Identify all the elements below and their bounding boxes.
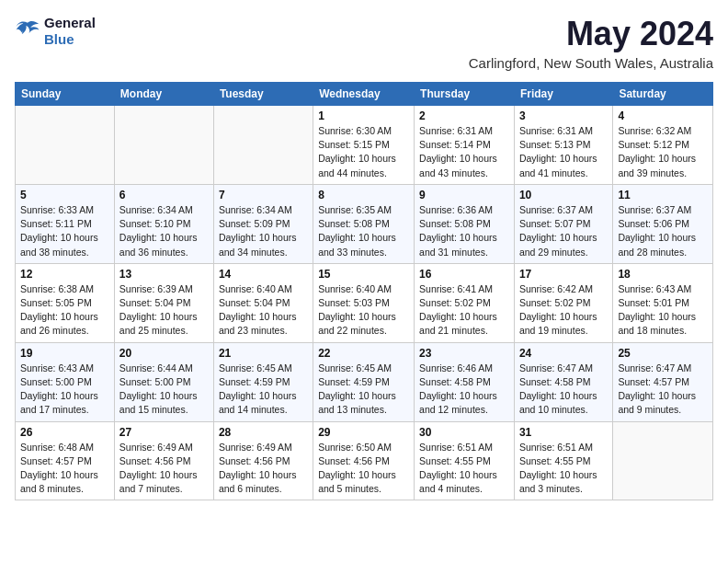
calendar-cell: 31Sunrise: 6:51 AM Sunset: 4:55 PM Dayli…: [514, 421, 612, 500]
calendar-header-tuesday: Tuesday: [213, 83, 313, 106]
day-info: Sunrise: 6:30 AM Sunset: 5:15 PM Dayligh…: [318, 124, 409, 180]
day-number: 2: [419, 109, 509, 122]
day-info: Sunrise: 6:32 AM Sunset: 5:12 PM Dayligh…: [618, 124, 708, 180]
calendar-cell: [114, 106, 213, 185]
day-number: 15: [318, 268, 409, 281]
day-number: 17: [519, 268, 608, 281]
calendar-cell: 14Sunrise: 6:40 AM Sunset: 5:04 PM Dayli…: [213, 263, 313, 342]
day-number: 6: [119, 189, 209, 201]
day-number: 5: [20, 189, 109, 201]
day-number: 4: [618, 109, 708, 122]
day-info: Sunrise: 6:40 AM Sunset: 5:03 PM Dayligh…: [318, 282, 409, 339]
day-info: Sunrise: 6:39 AM Sunset: 5:04 PM Dayligh…: [119, 282, 209, 339]
day-number: 24: [519, 347, 608, 360]
calendar-cell: 23Sunrise: 6:46 AM Sunset: 4:58 PM Dayli…: [415, 342, 515, 421]
calendar-cell: 27Sunrise: 6:49 AM Sunset: 4:56 PM Dayli…: [114, 421, 213, 500]
day-info: Sunrise: 6:44 AM Sunset: 5:00 PM Dayligh…: [119, 362, 209, 418]
day-info: Sunrise: 6:43 AM Sunset: 5:01 PM Dayligh…: [618, 282, 708, 339]
day-info: Sunrise: 6:50 AM Sunset: 4:56 PM Dayligh…: [318, 441, 409, 497]
day-info: Sunrise: 6:48 AM Sunset: 4:57 PM Dayligh…: [20, 441, 109, 497]
calendar-week-row: 5Sunrise: 6:33 AM Sunset: 5:11 PM Daylig…: [16, 184, 713, 263]
day-number: 10: [519, 189, 608, 201]
day-info: Sunrise: 6:33 AM Sunset: 5:11 PM Dayligh…: [20, 203, 109, 259]
calendar-cell: 11Sunrise: 6:37 AM Sunset: 5:06 PM Dayli…: [613, 184, 713, 263]
calendar-cell: 7Sunrise: 6:34 AM Sunset: 5:09 PM Daylig…: [213, 184, 313, 263]
calendar-cell: 8Sunrise: 6:35 AM Sunset: 5:08 PM Daylig…: [313, 184, 415, 263]
day-number: 30: [419, 426, 509, 439]
subtitle: Carlingford, New South Wales, Australia: [469, 55, 713, 71]
day-number: 31: [519, 426, 608, 439]
day-info: Sunrise: 6:31 AM Sunset: 5:13 PM Dayligh…: [519, 124, 608, 180]
day-info: Sunrise: 6:42 AM Sunset: 5:02 PM Dayligh…: [519, 282, 608, 339]
calendar-cell: 26Sunrise: 6:48 AM Sunset: 4:57 PM Dayli…: [16, 421, 115, 500]
day-number: 1: [318, 109, 409, 122]
calendar-cell: 9Sunrise: 6:36 AM Sunset: 5:08 PM Daylig…: [415, 184, 515, 263]
day-number: 27: [119, 426, 209, 439]
day-info: Sunrise: 6:51 AM Sunset: 4:55 PM Dayligh…: [519, 441, 608, 497]
day-number: 16: [419, 268, 509, 281]
calendar-cell: 25Sunrise: 6:47 AM Sunset: 4:57 PM Dayli…: [613, 342, 713, 421]
calendar-cell: 17Sunrise: 6:42 AM Sunset: 5:02 PM Dayli…: [514, 263, 612, 342]
calendar-cell: 24Sunrise: 6:47 AM Sunset: 4:58 PM Dayli…: [514, 342, 612, 421]
calendar-cell: 21Sunrise: 6:45 AM Sunset: 4:59 PM Dayli…: [213, 342, 313, 421]
calendar-cell: [213, 106, 313, 185]
calendar-cell: 5Sunrise: 6:33 AM Sunset: 5:11 PM Daylig…: [16, 184, 115, 263]
day-info: Sunrise: 6:38 AM Sunset: 5:05 PM Dayligh…: [20, 282, 109, 339]
calendar-week-row: 26Sunrise: 6:48 AM Sunset: 4:57 PM Dayli…: [16, 421, 713, 500]
day-number: 14: [219, 268, 308, 281]
day-info: Sunrise: 6:37 AM Sunset: 5:06 PM Dayligh…: [618, 203, 708, 259]
logo-icon: [15, 18, 40, 44]
calendar-cell: 15Sunrise: 6:40 AM Sunset: 5:03 PM Dayli…: [313, 263, 415, 342]
page-header: General Blue May 2024 Carlingford, New S…: [15, 15, 713, 71]
day-info: Sunrise: 6:31 AM Sunset: 5:14 PM Dayligh…: [419, 124, 509, 180]
calendar-cell: 10Sunrise: 6:37 AM Sunset: 5:07 PM Dayli…: [514, 184, 612, 263]
calendar-week-row: 19Sunrise: 6:43 AM Sunset: 5:00 PM Dayli…: [16, 342, 713, 421]
day-number: 11: [618, 189, 708, 201]
day-number: 28: [219, 426, 308, 439]
calendar-table: SundayMondayTuesdayWednesdayThursdayFrid…: [15, 82, 713, 500]
day-number: 19: [20, 347, 109, 360]
logo-line1: General: [44, 15, 96, 31]
day-number: 9: [419, 189, 509, 201]
calendar-header-sunday: Sunday: [16, 83, 115, 106]
day-info: Sunrise: 6:49 AM Sunset: 4:56 PM Dayligh…: [219, 441, 308, 497]
day-info: Sunrise: 6:40 AM Sunset: 5:04 PM Dayligh…: [219, 282, 308, 339]
day-number: 13: [119, 268, 209, 281]
calendar-header-friday: Friday: [514, 83, 612, 106]
day-number: 18: [618, 268, 708, 281]
calendar-cell: [16, 106, 115, 185]
day-info: Sunrise: 6:36 AM Sunset: 5:08 PM Dayligh…: [419, 203, 509, 259]
day-info: Sunrise: 6:45 AM Sunset: 4:59 PM Dayligh…: [219, 362, 308, 418]
calendar-header-row: SundayMondayTuesdayWednesdayThursdayFrid…: [16, 83, 713, 106]
calendar-cell: 4Sunrise: 6:32 AM Sunset: 5:12 PM Daylig…: [613, 106, 713, 185]
day-number: 25: [618, 347, 708, 360]
calendar-cell: 6Sunrise: 6:34 AM Sunset: 5:10 PM Daylig…: [114, 184, 213, 263]
logo: General Blue: [15, 15, 96, 48]
day-number: 22: [318, 347, 409, 360]
calendar-cell: 19Sunrise: 6:43 AM Sunset: 5:00 PM Dayli…: [16, 342, 115, 421]
calendar-cell: 2Sunrise: 6:31 AM Sunset: 5:14 PM Daylig…: [415, 106, 515, 185]
day-number: 21: [219, 347, 308, 360]
day-info: Sunrise: 6:34 AM Sunset: 5:10 PM Dayligh…: [119, 203, 209, 259]
calendar-header-saturday: Saturday: [613, 83, 713, 106]
calendar-header-wednesday: Wednesday: [313, 83, 415, 106]
day-info: Sunrise: 6:41 AM Sunset: 5:02 PM Dayligh…: [419, 282, 509, 339]
calendar-cell: 18Sunrise: 6:43 AM Sunset: 5:01 PM Dayli…: [613, 263, 713, 342]
day-number: 26: [20, 426, 109, 439]
day-number: 3: [519, 109, 608, 122]
day-info: Sunrise: 6:49 AM Sunset: 4:56 PM Dayligh…: [119, 441, 209, 497]
day-info: Sunrise: 6:45 AM Sunset: 4:59 PM Dayligh…: [318, 362, 409, 418]
day-info: Sunrise: 6:46 AM Sunset: 4:58 PM Dayligh…: [419, 362, 509, 418]
day-number: 20: [119, 347, 209, 360]
day-info: Sunrise: 6:34 AM Sunset: 5:09 PM Dayligh…: [219, 203, 308, 259]
day-number: 23: [419, 347, 509, 360]
day-info: Sunrise: 6:35 AM Sunset: 5:08 PM Dayligh…: [318, 203, 409, 259]
calendar-cell: 30Sunrise: 6:51 AM Sunset: 4:55 PM Dayli…: [415, 421, 515, 500]
calendar-cell: 20Sunrise: 6:44 AM Sunset: 5:00 PM Dayli…: [114, 342, 213, 421]
day-number: 7: [219, 189, 308, 201]
day-info: Sunrise: 6:37 AM Sunset: 5:07 PM Dayligh…: [519, 203, 608, 259]
calendar-header-monday: Monday: [114, 83, 213, 106]
calendar-cell: 29Sunrise: 6:50 AM Sunset: 4:56 PM Dayli…: [313, 421, 415, 500]
day-info: Sunrise: 6:47 AM Sunset: 4:57 PM Dayligh…: [618, 362, 708, 418]
logo-text: General Blue: [44, 15, 96, 48]
